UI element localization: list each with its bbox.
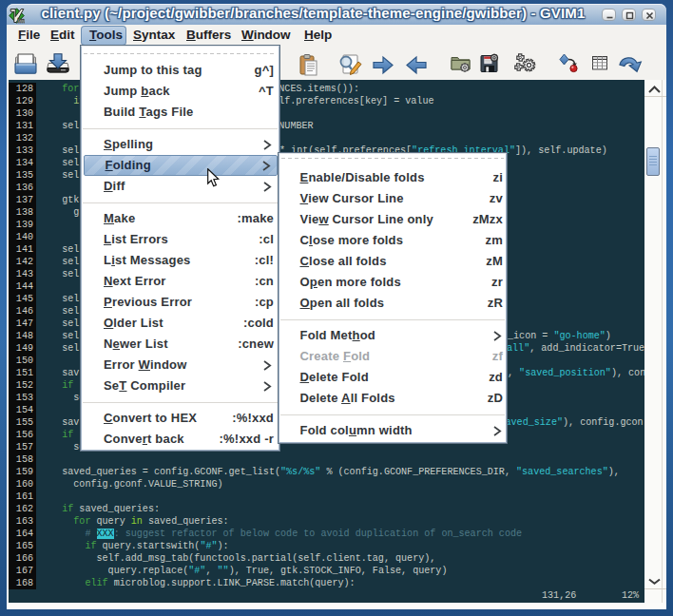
svg-text:im: im xyxy=(17,17,25,24)
